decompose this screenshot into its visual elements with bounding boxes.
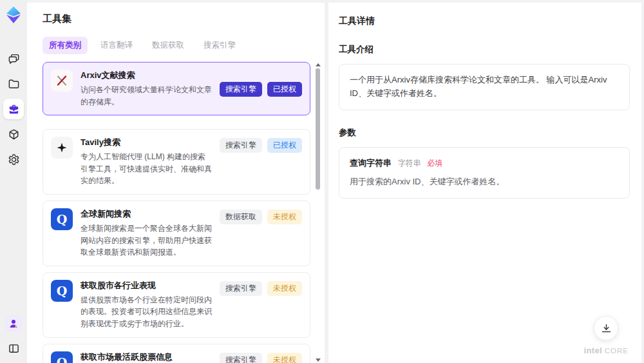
app-logo-icon bbox=[4, 5, 23, 25]
tool-description: 访问各个研究领域大量科学论文和文章的存储库。 bbox=[80, 84, 212, 108]
parameter-required-flag: 必填 bbox=[427, 159, 442, 168]
auth-status-badge: 未授权 bbox=[267, 281, 302, 296]
toolbox-icon bbox=[8, 103, 20, 115]
tool-badges: 搜索引擎 已授权 bbox=[220, 137, 302, 187]
tool-description: 全球新闻搜索是一个聚合全球各大新闻网站内容的搜索引擎，帮助用户快速获取全球最新资… bbox=[80, 222, 212, 259]
scrollbar[interactable] bbox=[314, 63, 321, 362]
tool-badges: 数据获取 未授权 bbox=[220, 208, 302, 259]
tool-title: 获取股市各行业表现 bbox=[80, 280, 212, 291]
tool-card[interactable]: Q 全球新闻搜索 全球新闻搜索是一个聚合全球各大新闻网站内容的搜索引擎，帮助用户… bbox=[43, 201, 310, 266]
auth-status-badge: 已授权 bbox=[267, 82, 302, 97]
brand-core: CORE bbox=[605, 347, 629, 355]
tool-list: Arxiv文献搜索 访问各个研究领域大量科学论文和文章的存储库。 搜索引擎 已授… bbox=[43, 62, 322, 363]
parameter-name: 查询字符串 bbox=[350, 158, 392, 168]
tool-intro-box: 一个用于从Arxiv存储库搜索科学论文和文章的工具。 输入可以是Arxiv ID… bbox=[339, 64, 630, 110]
news-app-icon: Q bbox=[57, 284, 68, 298]
page-title: 工具集 bbox=[43, 13, 322, 25]
parameter-description: 用于搜索的Arxiv ID、关键字或作者姓名。 bbox=[350, 175, 619, 189]
tool-description: 专为人工智能代理 (LLM) 构建的搜索引擎工具，可快速提供实时、准确和真实的结… bbox=[80, 151, 212, 187]
collapse-sidebar-button[interactable] bbox=[5, 340, 22, 357]
category-tab[interactable]: 搜索引擎 bbox=[197, 37, 242, 54]
user-avatar[interactable] bbox=[5, 315, 22, 332]
settings-gear-icon bbox=[8, 153, 20, 166]
category-tab[interactable]: 所有类别 bbox=[43, 37, 88, 54]
tool-card[interactable]: Q 获取股市各行业表现 提供股票市场各个行业在特定时间段内的表现。投资者可以利用… bbox=[43, 272, 310, 338]
toolset-panel: 工具集 所有类别语言翻译数据获取搜索引擎 Arxiv文献搜索 访问各个研究领域大… bbox=[27, 3, 325, 363]
chat-icon bbox=[8, 53, 20, 65]
category-tab[interactable]: 语言翻译 bbox=[94, 37, 139, 54]
category-tabs: 所有类别语言翻译数据获取搜索引擎 bbox=[43, 37, 322, 54]
tool-icon: Q bbox=[51, 280, 73, 302]
cube-icon bbox=[8, 128, 20, 141]
tool-title: Tavily搜索 bbox=[80, 137, 212, 148]
news-app-icon: Q bbox=[57, 212, 68, 226]
sidebar-item-chat[interactable] bbox=[3, 48, 24, 69]
floating-actions: intel CORE bbox=[584, 316, 629, 355]
brand-intel: intel bbox=[584, 346, 602, 355]
app-window: 工具集 所有类别语言翻译数据获取搜索引擎 Arxiv文献搜索 访问各个研究领域大… bbox=[0, 0, 644, 363]
news-app-icon: Q bbox=[57, 355, 68, 363]
parameter-type: 字符串 bbox=[398, 159, 421, 168]
tool-icon bbox=[51, 70, 73, 92]
scrollbar-thumb[interactable] bbox=[316, 68, 320, 190]
tool-icon bbox=[51, 137, 73, 159]
arxiv-logo-icon bbox=[55, 74, 68, 87]
sidebar bbox=[0, 0, 27, 363]
tool-title: Arxiv文献搜索 bbox=[80, 70, 212, 81]
panel-layout-icon bbox=[8, 343, 19, 354]
download-icon bbox=[601, 323, 612, 334]
category-badge: 搜索引擎 bbox=[220, 82, 262, 97]
intro-section-title: 工具介绍 bbox=[339, 44, 630, 55]
tool-card[interactable]: Q 获取市场最活跃股票信息 提供当天交易量最高的股票列表，投资者可以利用这些信息… bbox=[43, 344, 310, 363]
download-button[interactable] bbox=[594, 316, 618, 340]
auth-status-badge: 未授权 bbox=[267, 353, 302, 363]
tavily-star-icon bbox=[56, 142, 68, 153]
scroll-up-arrow[interactable] bbox=[316, 63, 321, 66]
tool-description: 提供股票市场各个行业在特定时间段内的表现。投资者可以利用这些信息来识别表现优于或… bbox=[80, 294, 212, 330]
tool-badges: 搜索引擎 未授权 bbox=[220, 351, 302, 363]
tool-icon: Q bbox=[51, 208, 73, 230]
scroll-down-arrow[interactable] bbox=[316, 358, 321, 362]
parameter-box: 查询字符串 字符串 必填 用于搜索的Arxiv ID、关键字或作者姓名。 bbox=[339, 147, 630, 199]
sidebar-nav bbox=[3, 44, 24, 174]
params-section-title: 参数 bbox=[339, 127, 630, 139]
category-tab[interactable]: 数据获取 bbox=[146, 37, 191, 54]
sidebar-item-toolbox[interactable] bbox=[3, 99, 24, 119]
category-badge: 搜索引擎 bbox=[220, 281, 262, 296]
detail-title: 工具详情 bbox=[339, 15, 630, 27]
tool-detail-panel: 工具详情 工具介绍 一个用于从Arxiv存储库搜索科学论文和文章的工具。 输入可… bbox=[328, 3, 641, 363]
auth-status-badge: 未授权 bbox=[267, 210, 302, 224]
tool-title: 全球新闻搜索 bbox=[80, 208, 212, 220]
tool-badges: 搜索引擎 未授权 bbox=[220, 280, 302, 330]
sidebar-item-files[interactable] bbox=[3, 74, 24, 94]
sidebar-item-settings[interactable] bbox=[3, 149, 24, 170]
tool-title: 获取市场最活跃股票信息 bbox=[80, 351, 212, 363]
tool-card[interactable]: Arxiv文献搜索 访问各个研究领域大量科学论文和文章的存储库。 搜索引擎 已授… bbox=[43, 62, 310, 115]
intel-core-logo: intel CORE bbox=[584, 346, 629, 355]
user-icon bbox=[8, 319, 19, 329]
tool-card[interactable]: Tavily搜索 专为人工智能代理 (LLM) 构建的搜索引擎工具，可快速提供实… bbox=[43, 129, 310, 195]
auth-status-badge: 已授权 bbox=[267, 138, 302, 153]
sidebar-item-models[interactable] bbox=[3, 124, 24, 144]
category-badge: 搜索引擎 bbox=[220, 138, 262, 153]
tool-icon: Q bbox=[51, 351, 73, 363]
category-badge: 搜索引擎 bbox=[220, 353, 262, 363]
folder-icon bbox=[8, 78, 20, 90]
tool-badges: 搜索引擎 已授权 bbox=[220, 81, 302, 97]
category-badge: 数据获取 bbox=[220, 210, 262, 224]
